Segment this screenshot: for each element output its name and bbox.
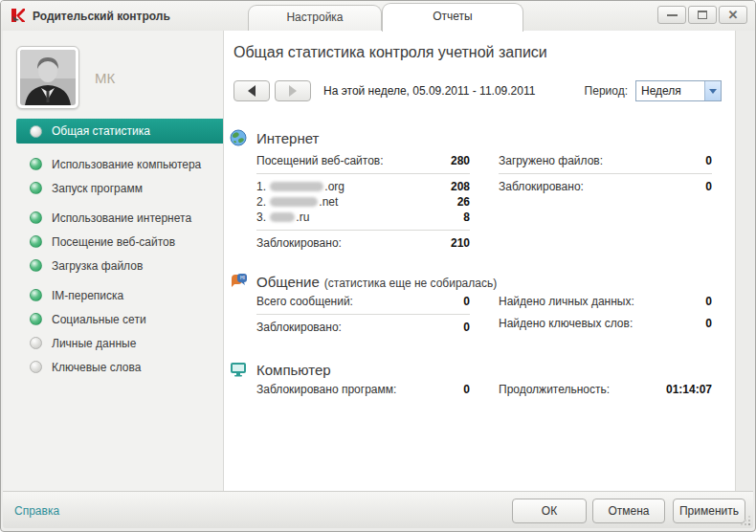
user-avatar	[16, 46, 79, 109]
stat-row-visits: Посещений веб-сайтов: 280	[256, 154, 470, 168]
period-select[interactable]: Неделя	[635, 80, 722, 101]
site-domain: 3. .ru	[256, 211, 309, 225]
internet-section-header: Интернет	[230, 126, 319, 146]
section-title: Компьютер	[256, 362, 331, 378]
select-dropdown-button[interactable]	[704, 81, 721, 100]
sidebar-item-label: Посещение веб-сайтов	[52, 235, 175, 249]
next-period-button[interactable]	[275, 80, 311, 101]
sidebar-item-program-launch[interactable]: Запуск программ	[3, 176, 223, 200]
stat-value: 0	[705, 154, 712, 168]
close-button[interactable]: ✕	[719, 6, 747, 24]
maximize-button[interactable]	[688, 6, 717, 24]
minimize-button[interactable]	[657, 6, 686, 24]
computer-right-column: Продолжительность: 01:14:07	[499, 383, 712, 397]
sidebar-item-social-networks[interactable]: Социальные сети	[3, 307, 223, 331]
stat-value: 210	[451, 236, 470, 251]
divider	[256, 314, 470, 315]
internet-right-column: Загружено файлов: 0 Заблокировано: 0	[499, 154, 712, 194]
site-suffix: .net	[319, 195, 338, 209]
minimize-icon	[667, 14, 678, 16]
maximize-icon	[698, 11, 707, 19]
sidebar-menu: Общая статистика Использование компьютер…	[3, 119, 223, 379]
period-range-text: На этой неделе, 05.09.2011 - 11.09.2011	[323, 84, 535, 98]
chevron-down-icon	[709, 89, 717, 94]
status-bullet-icon	[30, 158, 42, 170]
site-suffix: .ru	[296, 211, 309, 224]
sidebar-item-label: Использование интернета	[52, 211, 191, 225]
status-bullet-icon	[30, 182, 42, 194]
status-bullet-icon	[30, 313, 42, 325]
stat-row-messages: Всего сообщений: 0	[256, 295, 470, 309]
stat-row-blocked: Заблокировано: 210	[256, 236, 470, 251]
redacted-domain	[270, 197, 318, 207]
sidebar-item-file-downloads[interactable]: Загрузка файлов	[3, 254, 223, 277]
sidebar-item-keywords[interactable]: Ключевые слова	[3, 355, 223, 379]
sidebar-item-internet-usage[interactable]: Использование интернета	[3, 206, 223, 230]
communication-section-header: HI Общение (статистика еще не собиралась…	[230, 270, 497, 290]
ok-button[interactable]: ОК	[512, 499, 587, 523]
site-domain: 1. .org	[256, 180, 345, 194]
resize-grip[interactable]	[748, 523, 750, 525]
top-site-row: 3. .ru 8	[256, 211, 470, 225]
sidebar-item-computer-usage[interactable]: Использование компьютера	[3, 152, 223, 176]
stat-value: 0	[463, 321, 470, 335]
user-photo-icon	[20, 50, 76, 105]
stat-label: Заблокировано:	[499, 180, 584, 194]
divider	[499, 173, 712, 174]
stat-label: Продолжительность:	[499, 383, 610, 397]
sidebar-item-label: Ключевые слова	[52, 361, 141, 374]
sidebar-item-label: Социальные сети	[52, 313, 146, 326]
section-note: (статистика еще не собиралась)	[324, 277, 497, 290]
stat-row-personal-data: Найдено личных данных: 0	[499, 295, 712, 309]
sidebar-item-label: Общая статистика	[52, 124, 150, 138]
sidebar-item-general-statistics[interactable]: Общая статистика	[16, 119, 223, 144]
window-title: Родительский контроль	[33, 10, 170, 23]
section-title: Интернет	[256, 130, 319, 146]
globe-icon	[230, 129, 247, 146]
tab-settings[interactable]: Настройка	[248, 5, 382, 31]
status-bullet-icon	[30, 337, 42, 349]
arrow-left-icon	[248, 85, 256, 97]
divider	[256, 173, 470, 174]
stat-row-duration: Продолжительность: 01:14:07	[499, 383, 712, 397]
previous-period-button[interactable]	[233, 80, 270, 101]
section-title: Общение	[256, 274, 320, 290]
internet-left-column: Посещений веб-сайтов: 280 1. .org 208 2.…	[256, 154, 470, 251]
period-nav-row: На этой неделе, 05.09.2011 - 11.09.2011 …	[233, 80, 722, 101]
status-bullet-icon	[30, 211, 42, 224]
site-count: 208	[451, 180, 470, 194]
period-label: Период:	[585, 84, 628, 98]
help-link[interactable]: Справка	[14, 504, 59, 518]
stat-label: Заблокировано:	[256, 236, 342, 251]
stat-row-keywords: Найдено ключевых слов: 0	[499, 317, 712, 331]
sidebar-item-im-messaging[interactable]: IM-переписка	[3, 283, 223, 307]
stat-value: 0	[463, 383, 470, 397]
status-bullet-icon	[30, 235, 42, 248]
stat-row-downloaded: Загружено файлов: 0	[499, 154, 712, 168]
top-site-row: 1. .org 208	[256, 180, 470, 194]
cancel-button[interactable]: Отмена	[592, 499, 665, 523]
kaspersky-logo-icon	[11, 8, 26, 23]
stat-label: Найдено личных данных:	[499, 295, 634, 309]
stat-value: 01:14:07	[666, 383, 712, 397]
stat-label: Найдено ключевых слов:	[499, 317, 633, 331]
apply-button[interactable]: Применить	[673, 499, 745, 523]
sidebar-item-website-visits[interactable]: Посещение веб-сайтов	[3, 230, 223, 254]
tab-reports[interactable]: Отчеты	[382, 3, 523, 32]
sidebar-item-label: Использование компьютера	[52, 158, 201, 171]
stat-value: 280	[451, 154, 470, 168]
report-content: Общая статистика контроля учетной записи…	[223, 31, 736, 491]
svg-text:HI: HI	[240, 275, 245, 280]
computer-left-column: Заблокировано программ: 0	[256, 383, 470, 397]
monitor-icon	[230, 361, 247, 378]
page-title: Общая статистика контроля учетной записи	[233, 44, 547, 61]
stat-row-blocked-programs: Заблокировано программ: 0	[256, 383, 470, 397]
stat-label: Загружено файлов:	[499, 154, 603, 168]
site-rank: 2.	[256, 195, 266, 209]
communication-right-column: Найдено личных данных: 0 Найдено ключевы…	[499, 295, 712, 331]
sidebar-item-label: Запуск программ	[52, 182, 143, 195]
redacted-domain	[270, 182, 323, 191]
sidebar-item-personal-data[interactable]: Личные данные	[3, 331, 223, 355]
period-selected-value: Неделя	[636, 84, 704, 98]
parental-control-window: Родительский контроль Настройка Отчеты ✕	[0, 0, 756, 532]
